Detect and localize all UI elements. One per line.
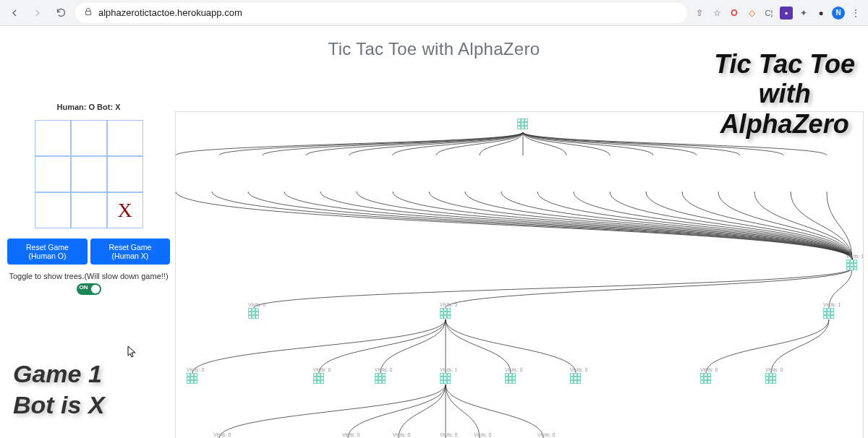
overlay-title-l1: Tic Tac Toe [714, 49, 855, 79]
lock-icon [84, 7, 93, 18]
cell-3[interactable] [35, 156, 71, 192]
cursor-icon [127, 345, 137, 361]
overlay-game-info: Game 1 Bot is X [13, 358, 105, 420]
ext-icon-square[interactable]: ▪ [780, 7, 793, 20]
tree-l3-5[interactable]: Visits: 0 [570, 367, 587, 384]
tree-l4-3[interactable]: Visits: 0 [440, 432, 457, 438]
page-content: Tic Tac Toe with AlphaZero Human: O Bot:… [0, 39, 868, 438]
cell-7[interactable] [71, 192, 107, 228]
cell-2[interactable] [107, 120, 143, 156]
tree-edges [176, 112, 863, 438]
cell-6[interactable] [35, 192, 71, 228]
extensions-area: ⇧ ☆ O ◇ C¦ ▪ ✦ ● N ⋮ [693, 7, 862, 20]
tree-l3-0[interactable]: Visits: 0 [187, 367, 204, 384]
tree-l2-2[interactable]: Visits: 1 [823, 302, 841, 319]
tree-l4-1[interactable]: Visits: 0 [342, 432, 359, 438]
tree-l3-3[interactable]: Visits: 1 [440, 367, 457, 384]
game-panel: Human: O Bot: X X Reset Game (Human O) R… [7, 103, 170, 295]
ext-icon-red[interactable]: O [728, 7, 741, 20]
tree-l3-6[interactable]: Visits: 0 [700, 367, 718, 384]
ext-icon-ci[interactable]: C¦ [762, 7, 775, 20]
game-board: X [35, 120, 143, 228]
share-icon[interactable]: ⇧ [693, 7, 706, 20]
reset-human-x-button[interactable]: Reset Game (Human X) [90, 239, 170, 265]
extensions-icon[interactable]: ✦ [797, 7, 810, 20]
url-text: alphazerotictactoe.herokuapp.com [98, 7, 242, 18]
profile-avatar[interactable]: N [832, 7, 845, 20]
menu-icon[interactable]: ⋮ [849, 7, 862, 20]
forward-button[interactable] [29, 4, 46, 22]
tree-root[interactable] [517, 118, 528, 129]
ext-icon-dot[interactable]: ● [814, 7, 827, 20]
cell-4[interactable] [71, 156, 107, 192]
cell-8[interactable]: X [107, 192, 143, 228]
tree-l3-1[interactable]: Visits: 0 [313, 367, 331, 384]
cell-1[interactable] [71, 120, 107, 156]
toggle-trees-switch[interactable]: ON [77, 283, 101, 295]
overlay-game-l1: Game 1 [13, 358, 105, 390]
reset-human-o-button[interactable]: Reset Game (Human O) [7, 239, 88, 265]
back-button[interactable] [6, 4, 23, 22]
player-status: Human: O Bot: X [7, 103, 170, 111]
reset-buttons: Reset Game (Human O) Reset Game (Human X… [7, 239, 170, 265]
star-icon[interactable]: ☆ [710, 7, 723, 20]
overlay-game-l2: Bot is X [13, 390, 105, 421]
tree-l4-4[interactable]: Visits: 0 [474, 432, 491, 438]
tree-l1-0[interactable]: Visits: 11 [846, 254, 864, 270]
tree-l4-0[interactable]: Visits: 0 [213, 432, 231, 438]
tree-l3-2[interactable]: Visits: 0 [375, 367, 392, 384]
address-bar[interactable]: alphazerotictactoe.herokuapp.com [75, 3, 687, 23]
browser-chrome: alphazerotictactoe.herokuapp.com ⇧ ☆ O ◇… [0, 0, 868, 26]
tree-l2-1[interactable]: Visits: 5 [440, 302, 457, 319]
tree-l3-4[interactable]: Visits: 0 [505, 367, 522, 384]
tree-l2-0[interactable]: Visits: 0 [248, 302, 265, 319]
overlay-title-l2: with [714, 79, 855, 108]
cell-0[interactable] [35, 120, 71, 156]
tree-l3-7[interactable]: Visits: 0 [765, 367, 783, 384]
cell-5[interactable] [107, 156, 143, 192]
toggle-on-text: ON [80, 284, 88, 291]
tree-visualization[interactable]: Visits: 11Visits: 0Visits: 5Visits: 1Vis… [175, 111, 864, 438]
tree-l4-5[interactable]: Visits: 0 [537, 432, 555, 438]
overlay-title-l3: AlphaZero [714, 109, 855, 139]
overlay-title: Tic Tac Toe with AlphaZero [714, 49, 855, 139]
ext-icon-orange[interactable]: ◇ [745, 7, 758, 20]
reload-button[interactable] [52, 4, 69, 22]
toggle-trees-label: Toggle to show trees.(Will slow down gam… [7, 272, 170, 280]
tree-l4-2[interactable]: Visits: 0 [393, 432, 410, 438]
